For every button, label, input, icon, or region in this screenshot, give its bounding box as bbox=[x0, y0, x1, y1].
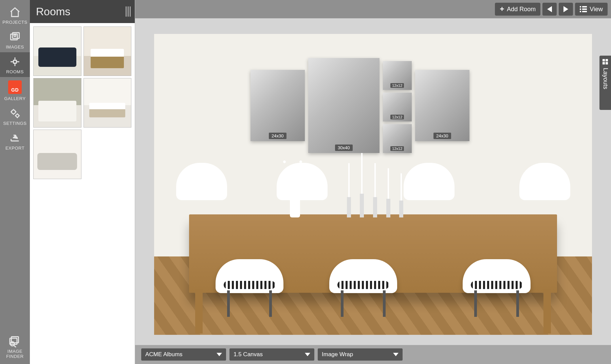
room-thumb[interactable] bbox=[33, 26, 81, 76]
nav-projects[interactable]: PROJECTS bbox=[0, 3, 30, 27]
prev-room-button[interactable] bbox=[542, 3, 557, 16]
size-badge: 12x12 bbox=[390, 146, 404, 151]
room-prop bbox=[399, 200, 403, 217]
bottombar: ACME Albums 1.5 Canvas Image Wrap bbox=[135, 345, 611, 364]
room-prop bbox=[176, 163, 227, 221]
nav-image-finder[interactable]: IMAGE FINDER bbox=[0, 332, 30, 364]
room-prop bbox=[329, 235, 397, 317]
export-icon bbox=[8, 132, 22, 144]
wall-art[interactable]: 30x40 bbox=[308, 58, 379, 153]
wall-art[interactable]: 12x12 bbox=[383, 61, 412, 90]
wall-art[interactable]: 24x30 bbox=[415, 70, 469, 141]
caret-down-icon bbox=[393, 353, 399, 356]
room-thumb[interactable] bbox=[33, 78, 81, 128]
image-finder-icon bbox=[8, 335, 22, 347]
room-canvas[interactable]: 24x30 30x40 12x12 12x12 bbox=[154, 34, 592, 335]
size-badge: 30x40 bbox=[335, 145, 352, 151]
layouts-tab[interactable]: Layouts bbox=[599, 56, 611, 110]
nav-export[interactable]: EXPORT bbox=[0, 129, 30, 153]
plus-icon: + bbox=[500, 5, 504, 14]
room-thumb[interactable] bbox=[84, 78, 132, 128]
canvas-wrap: 24x30 30x40 12x12 12x12 bbox=[135, 18, 611, 345]
vendor-select[interactable]: ACME Albums bbox=[141, 348, 226, 361]
size-badge: 24x30 bbox=[433, 133, 451, 139]
topbar: + Add Room View bbox=[135, 0, 611, 18]
room-prop bbox=[347, 197, 351, 217]
wrap-select[interactable]: Image Wrap bbox=[318, 348, 403, 361]
view-button[interactable]: View bbox=[575, 3, 608, 16]
rooms-panel: Rooms bbox=[30, 0, 135, 364]
wall-art[interactable]: 12x12 bbox=[383, 93, 412, 121]
nav-rooms[interactable]: ROOMS bbox=[0, 52, 30, 77]
panel-title: Rooms bbox=[36, 5, 70, 18]
add-room-button[interactable]: + Add Room bbox=[495, 3, 540, 16]
room-prop bbox=[216, 235, 283, 317]
triangle-right-icon bbox=[563, 6, 568, 12]
wall-art-cluster[interactable]: 24x30 30x40 12x12 12x12 bbox=[251, 58, 469, 153]
svg-point-3 bbox=[12, 110, 15, 114]
size-badge: 12x12 bbox=[390, 83, 404, 88]
workspace: + Add Room View 24x30 bbox=[135, 0, 611, 364]
svg-point-2 bbox=[14, 35, 16, 37]
room-prop bbox=[386, 199, 390, 217]
rooms-thumbnails bbox=[30, 23, 135, 364]
nav-images[interactable]: IMAGES bbox=[0, 27, 30, 52]
nav-rail: PROJECTS IMAGES ROOMS GD GALLERY SETTING… bbox=[0, 0, 30, 364]
grid-icon bbox=[603, 59, 608, 64]
room-prop bbox=[360, 194, 364, 217]
next-room-button[interactable] bbox=[559, 3, 573, 16]
svg-point-4 bbox=[16, 114, 19, 117]
triangle-left-icon bbox=[547, 6, 552, 12]
room-prop bbox=[272, 143, 313, 190]
room-prop bbox=[373, 197, 377, 217]
room-prop bbox=[519, 163, 570, 221]
product-select[interactable]: 1.5 Canvas bbox=[229, 348, 314, 361]
room-prop bbox=[463, 235, 531, 317]
home-icon bbox=[8, 6, 22, 18]
panel-header: Rooms bbox=[30, 0, 135, 23]
list-icon bbox=[580, 6, 587, 12]
nav-gallery[interactable]: GD GALLERY bbox=[0, 77, 30, 104]
rooms-icon bbox=[8, 56, 22, 68]
wall-art[interactable]: 24x30 bbox=[251, 70, 305, 141]
gallery-icon: GD bbox=[8, 80, 22, 94]
room-prop bbox=[404, 163, 455, 221]
gear-icon bbox=[8, 107, 22, 119]
caret-down-icon bbox=[217, 353, 222, 356]
room-thumb[interactable] bbox=[84, 26, 132, 76]
panel-drag-handle-icon[interactable] bbox=[126, 6, 131, 17]
room-thumb[interactable] bbox=[33, 130, 81, 179]
nav-settings[interactable]: SETTINGS bbox=[0, 104, 30, 129]
images-icon bbox=[8, 31, 22, 43]
size-badge: 24x30 bbox=[269, 133, 286, 139]
caret-down-icon bbox=[305, 353, 310, 356]
wall-art[interactable]: 12x12 bbox=[383, 124, 412, 153]
size-badge: 12x12 bbox=[390, 115, 404, 119]
